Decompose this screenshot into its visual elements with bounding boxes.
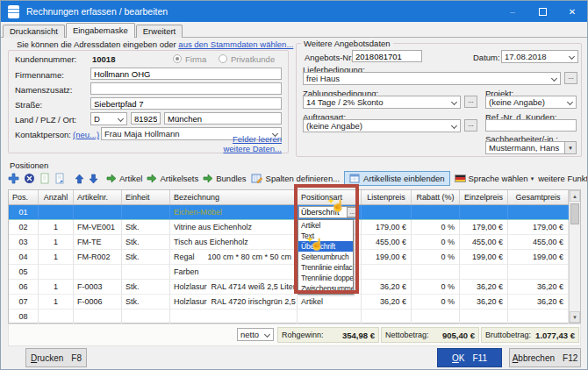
close-button[interactable]: ✕ [557,1,587,22]
dropdown-item[interactable]: Trennlinie doppelt [298,273,353,283]
land-select[interactable]: D [90,112,127,125]
cell-pos: 08 [9,310,39,324]
tab-druckansicht[interactable]: Druckansicht [3,25,65,38]
chevron-down-icon [567,99,573,105]
felder-leeren-link[interactable]: Felder leeren [233,134,282,144]
arrow-down-icon [89,174,98,184]
chevron-down-icon: ▾ [564,142,576,153]
auftragsart-more-button[interactable]: ... [464,119,477,132]
dropdown-item-selected[interactable]: Überschrift [298,241,353,252]
artikelliste-einblenden-button[interactable]: Artikelliste einblenden [344,171,449,186]
angebotsnr-field[interactable] [352,50,422,62]
weitere-daten-link[interactable]: weitere Daten... [223,144,282,153]
positionsart-dropdown-button[interactable]: ... [347,207,358,217]
neu-link[interactable]: (neu...) [73,130,99,139]
namenszusatz-field[interactable] [90,82,282,95]
scroll-down-button[interactable]: ▼ [570,311,580,323]
col-rabatt[interactable]: Rabatt (%) [412,190,460,204]
datum-select[interactable]: 17.08.2018 [501,50,578,63]
abbrechen-button[interactable]: Abbrechen F12 [509,348,581,367]
privatkunde-radio-label: Privatkunde [231,54,275,64]
spalten-definieren-label: Spalten definieren... [266,174,341,183]
positions-toolbar: Artikel Artikelsets Bundles Spalten defi… [8,170,582,187]
weitere-funktionen-button[interactable]: weitere Funktionen...▾ [538,174,588,183]
scroll-up-button[interactable]: ▲ [570,190,580,202]
copy-icon [39,173,50,184]
arrow-up-icon [75,174,84,184]
col-einzelpreis[interactable]: Einzelpreis [460,190,508,204]
ref-nr-field[interactable] [485,119,577,132]
cell-listenpreis: 455,00 € [362,235,412,250]
firma-radio[interactable] [173,54,182,63]
minimize-button[interactable]: – [498,1,527,22]
bruttobetrag-label: Bruttobetrag: [485,331,531,339]
col-pos[interactable]: Pos. [9,190,39,204]
table-row[interactable]: 06 1 F-0003 Stk. Holzlasur RAL 4714 weiß… [9,280,569,295]
auftragsart-select[interactable]: (keine Angabe) [303,119,461,132]
table-row[interactable]: 02 1 FM-VE001 Stk. Vitrine aus Eichenhol… [9,220,569,235]
zahlungsbedingung-more-button[interactable]: ... [464,96,477,108]
maximize-button[interactable] [527,1,557,22]
table-row[interactable]: 08 [9,310,569,324]
col-positionsart[interactable]: Positionsart [298,190,362,204]
dropdown-item[interactable]: Text [298,231,353,241]
positions-table: Pos. Anzahl Artikelnr. Einheit Bezeichnu… [8,189,581,324]
delete-row-button[interactable] [24,173,35,184]
netto-brutto-select[interactable]: netto [237,328,274,341]
lieferbedingung-select[interactable]: frei Haus [303,72,561,85]
sprache-waehlen-label: Sprache wählen [469,174,528,183]
add-row-button[interactable] [8,173,19,184]
strasse-field[interactable] [90,97,282,110]
paste-row-button[interactable] [54,173,65,184]
insert-artikelsets-button[interactable]: Artikelsets [147,174,198,183]
table-row[interactable]: 05 Farben [9,265,569,280]
add-icon [8,173,19,184]
cell-positionsart: Artikel [298,295,362,310]
table-row[interactable]: 03 1 FM-TE Stk. Tisch aus Eichenholz 455… [9,235,569,250]
spalten-definieren-button[interactable]: Spalten definieren... [251,173,341,184]
col-anzahl[interactable]: Anzahl [39,190,74,204]
move-up-button[interactable] [75,174,84,184]
tab-erweitert[interactable]: Erweitert [136,25,183,38]
col-artikelnr[interactable]: Artikelnr. [74,190,122,204]
cell-gesamtpreis: 199,00 € [508,250,569,265]
col-listenpreis[interactable]: Listenpreis [362,190,412,204]
col-einheit[interactable]: Einheit [122,190,170,204]
zahlungsbedingung-select[interactable]: 14 Tage / 2% Skonto [303,96,461,109]
firmenname-field[interactable] [90,68,282,80]
sachbearbeiter-select[interactable]: Mustermann, Hans ▾ [485,141,577,154]
drucken-button[interactable]: Drucken F8 [25,348,87,367]
cell-bezeichnung: Holzlasur RAL 4720 irischgrün 2,5 Liter [170,295,298,310]
projekt-select[interactable]: (keine Angabe) [485,96,577,109]
move-down-button[interactable] [89,174,98,184]
table-scrollbar[interactable]: ▲ ▼ [569,190,580,323]
sprache-waehlen-button[interactable]: Sprache wählen▾ [455,174,534,183]
privatkunde-radio[interactable] [219,54,227,63]
plz-field[interactable] [131,112,161,125]
table-row[interactable]: 07 1 F-0006 Stk. Holzlasur RAL 4720 iris… [9,295,569,310]
scrollbar-thumb[interactable] [570,203,579,224]
dropdown-item[interactable]: Trennlinie einfach [298,262,353,273]
intro-text: Sie können die Adressdaten eingeben oder [17,39,176,49]
positionsart-editor[interactable]: Überschrift ... [298,206,359,218]
copy-row-button[interactable] [39,173,50,184]
cell-rabatt [412,205,460,220]
ort-field[interactable] [164,112,282,125]
tab-eingabemaske[interactable]: Eingabemaske [66,23,135,38]
dropdown-item[interactable]: Seitenumbruch [298,252,353,262]
ok-button[interactable]: OK F11 [437,348,502,367]
dropdown-item[interactable]: Artikel [298,220,353,231]
dropdown-item[interactable]: Zwischensumme [298,283,353,294]
stammdaten-link[interactable]: aus den Stammdaten wählen... [178,39,293,49]
table-row[interactable]: 01 Eichen-Möbel Überschrift ... [9,205,569,220]
table-row[interactable]: 04 1 FM-R002 Stk. Regal 100 cm * 80 cm *… [9,250,569,265]
insert-bundles-button[interactable]: Bundles [203,174,246,183]
col-gesamtpreis[interactable]: Gesamtpreis [508,190,569,204]
cell-einzelpreis [460,265,508,280]
col-bezeichnung[interactable]: Bezeichnung [170,190,298,204]
positionen-label: Positionen [10,160,48,170]
window-title: Rechnungen erfassen / bearbeiten [26,6,168,17]
lieferbedingung-more-button[interactable]: ... [564,72,577,84]
insert-artikel-button[interactable]: Artikel [106,174,142,183]
cell-listenpreis: 36,20 € [362,280,412,295]
